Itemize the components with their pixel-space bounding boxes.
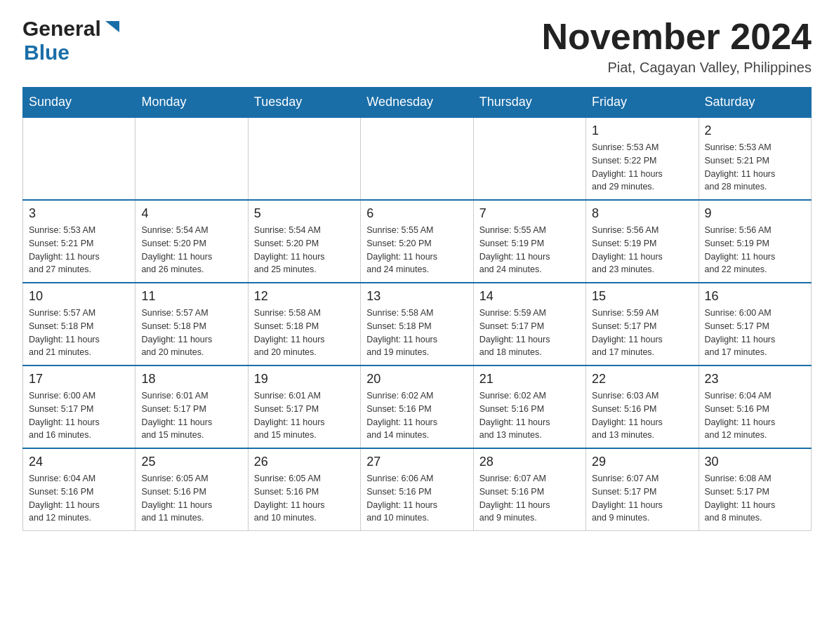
day-number: 11 xyxy=(141,289,241,304)
day-info: Sunrise: 5:58 AM Sunset: 5:18 PM Dayligh… xyxy=(254,307,355,359)
calendar-cell: 5Sunrise: 5:54 AM Sunset: 5:20 PM Daylig… xyxy=(248,200,360,283)
calendar-cell: 20Sunrise: 6:02 AM Sunset: 5:16 PM Dayli… xyxy=(361,365,473,448)
calendar-cell xyxy=(248,117,360,200)
header: General Blue November 2024 Piat, Cagayan… xyxy=(22,17,812,76)
day-info: Sunrise: 6:08 AM Sunset: 5:17 PM Dayligh… xyxy=(705,472,805,525)
calendar-cell: 1Sunrise: 5:53 AM Sunset: 5:22 PM Daylig… xyxy=(586,117,699,200)
day-number: 24 xyxy=(29,455,129,469)
calendar-cell: 3Sunrise: 5:53 AM Sunset: 5:21 PM Daylig… xyxy=(23,200,135,283)
calendar-cell: 28Sunrise: 6:07 AM Sunset: 5:16 PM Dayli… xyxy=(473,448,585,531)
day-number: 9 xyxy=(705,206,805,221)
calendar-cell: 11Sunrise: 5:57 AM Sunset: 5:18 PM Dayli… xyxy=(135,283,248,365)
day-info: Sunrise: 6:03 AM Sunset: 5:16 PM Dayligh… xyxy=(592,389,692,442)
calendar-cell xyxy=(135,117,248,200)
day-number: 20 xyxy=(366,372,467,387)
week-row-3: 10Sunrise: 5:57 AM Sunset: 5:18 PM Dayli… xyxy=(23,283,812,365)
day-number: 25 xyxy=(141,455,241,469)
day-number: 5 xyxy=(254,206,355,221)
logo: General Blue xyxy=(22,17,122,65)
day-info: Sunrise: 6:01 AM Sunset: 5:17 PM Dayligh… xyxy=(254,389,355,442)
day-number: 6 xyxy=(366,206,467,221)
weekday-header-friday: Friday xyxy=(586,88,699,118)
week-row-4: 17Sunrise: 6:00 AM Sunset: 5:17 PM Dayli… xyxy=(23,365,812,448)
day-info: Sunrise: 5:54 AM Sunset: 5:20 PM Dayligh… xyxy=(254,224,355,276)
title-area: November 2024 Piat, Cagayan Valley, Phil… xyxy=(542,17,812,76)
weekday-header-tuesday: Tuesday xyxy=(248,88,360,118)
week-row-5: 24Sunrise: 6:04 AM Sunset: 5:16 PM Dayli… xyxy=(23,448,812,531)
day-info: Sunrise: 5:55 AM Sunset: 5:19 PM Dayligh… xyxy=(479,224,580,276)
calendar-cell: 9Sunrise: 5:56 AM Sunset: 5:19 PM Daylig… xyxy=(699,200,811,283)
calendar-cell xyxy=(473,117,585,200)
day-info: Sunrise: 6:04 AM Sunset: 5:16 PM Dayligh… xyxy=(29,472,129,525)
day-info: Sunrise: 5:53 AM Sunset: 5:22 PM Dayligh… xyxy=(592,141,692,194)
calendar-cell: 17Sunrise: 6:00 AM Sunset: 5:17 PM Dayli… xyxy=(23,365,135,448)
svg-marker-0 xyxy=(105,21,119,32)
week-row-1: 1Sunrise: 5:53 AM Sunset: 5:22 PM Daylig… xyxy=(23,117,812,200)
calendar-cell: 8Sunrise: 5:56 AM Sunset: 5:19 PM Daylig… xyxy=(586,200,699,283)
day-info: Sunrise: 6:02 AM Sunset: 5:16 PM Dayligh… xyxy=(479,389,580,442)
day-number: 1 xyxy=(592,123,692,138)
logo-general-text: General xyxy=(22,17,101,41)
day-number: 21 xyxy=(479,372,580,387)
day-info: Sunrise: 6:05 AM Sunset: 5:16 PM Dayligh… xyxy=(254,472,355,525)
day-info: Sunrise: 5:55 AM Sunset: 5:20 PM Dayligh… xyxy=(366,224,467,276)
day-info: Sunrise: 5:53 AM Sunset: 5:21 PM Dayligh… xyxy=(705,141,805,194)
week-row-2: 3Sunrise: 5:53 AM Sunset: 5:21 PM Daylig… xyxy=(23,200,812,283)
day-info: Sunrise: 5:57 AM Sunset: 5:18 PM Dayligh… xyxy=(29,307,129,359)
calendar-table: SundayMondayTuesdayWednesdayThursdayFrid… xyxy=(22,87,812,531)
day-info: Sunrise: 6:00 AM Sunset: 5:17 PM Dayligh… xyxy=(29,389,129,442)
calendar-cell: 24Sunrise: 6:04 AM Sunset: 5:16 PM Dayli… xyxy=(23,448,135,531)
day-number: 3 xyxy=(29,206,129,221)
calendar-cell xyxy=(23,117,135,200)
calendar-cell: 13Sunrise: 5:58 AM Sunset: 5:18 PM Dayli… xyxy=(361,283,473,365)
calendar-cell xyxy=(361,117,473,200)
calendar-cell: 23Sunrise: 6:04 AM Sunset: 5:16 PM Dayli… xyxy=(699,365,811,448)
weekday-header-sunday: Sunday xyxy=(23,88,135,118)
calendar-cell: 16Sunrise: 6:00 AM Sunset: 5:17 PM Dayli… xyxy=(699,283,811,365)
calendar-cell: 30Sunrise: 6:08 AM Sunset: 5:17 PM Dayli… xyxy=(699,448,811,531)
day-info: Sunrise: 6:01 AM Sunset: 5:17 PM Dayligh… xyxy=(141,389,241,442)
day-info: Sunrise: 5:56 AM Sunset: 5:19 PM Dayligh… xyxy=(592,224,692,276)
day-number: 22 xyxy=(592,372,692,387)
day-number: 28 xyxy=(479,455,580,469)
day-info: Sunrise: 5:56 AM Sunset: 5:19 PM Dayligh… xyxy=(705,224,805,276)
calendar-cell: 15Sunrise: 5:59 AM Sunset: 5:17 PM Dayli… xyxy=(586,283,699,365)
weekday-header-saturday: Saturday xyxy=(699,88,811,118)
day-number: 7 xyxy=(479,206,580,221)
day-number: 4 xyxy=(141,206,241,221)
weekday-header-wednesday: Wednesday xyxy=(361,88,473,118)
calendar-cell: 14Sunrise: 5:59 AM Sunset: 5:17 PM Dayli… xyxy=(473,283,585,365)
day-number: 16 xyxy=(705,289,805,304)
calendar-cell: 18Sunrise: 6:01 AM Sunset: 5:17 PM Dayli… xyxy=(135,365,248,448)
logo-arrow-icon xyxy=(102,18,122,38)
calendar-cell: 6Sunrise: 5:55 AM Sunset: 5:20 PM Daylig… xyxy=(361,200,473,283)
day-info: Sunrise: 5:57 AM Sunset: 5:18 PM Dayligh… xyxy=(141,307,241,359)
day-number: 26 xyxy=(254,455,355,469)
day-info: Sunrise: 5:59 AM Sunset: 5:17 PM Dayligh… xyxy=(592,307,692,359)
day-info: Sunrise: 5:59 AM Sunset: 5:17 PM Dayligh… xyxy=(479,307,580,359)
day-info: Sunrise: 5:58 AM Sunset: 5:18 PM Dayligh… xyxy=(366,307,467,359)
calendar-cell: 19Sunrise: 6:01 AM Sunset: 5:17 PM Dayli… xyxy=(248,365,360,448)
weekday-header-monday: Monday xyxy=(135,88,248,118)
day-info: Sunrise: 5:53 AM Sunset: 5:21 PM Dayligh… xyxy=(29,224,129,276)
weekday-header-thursday: Thursday xyxy=(473,88,585,118)
day-number: 27 xyxy=(366,455,467,469)
calendar-cell: 2Sunrise: 5:53 AM Sunset: 5:21 PM Daylig… xyxy=(699,117,811,200)
day-info: Sunrise: 6:07 AM Sunset: 5:17 PM Dayligh… xyxy=(592,472,692,525)
calendar-cell: 21Sunrise: 6:02 AM Sunset: 5:16 PM Dayli… xyxy=(473,365,585,448)
calendar-cell: 27Sunrise: 6:06 AM Sunset: 5:16 PM Dayli… xyxy=(361,448,473,531)
day-number: 2 xyxy=(705,123,805,138)
day-number: 17 xyxy=(29,372,129,387)
day-number: 14 xyxy=(479,289,580,304)
day-number: 13 xyxy=(366,289,467,304)
calendar-cell: 4Sunrise: 5:54 AM Sunset: 5:20 PM Daylig… xyxy=(135,200,248,283)
day-info: Sunrise: 6:05 AM Sunset: 5:16 PM Dayligh… xyxy=(141,472,241,525)
day-info: Sunrise: 6:07 AM Sunset: 5:16 PM Dayligh… xyxy=(479,472,580,525)
weekday-header-row: SundayMondayTuesdayWednesdayThursdayFrid… xyxy=(23,88,812,118)
day-number: 23 xyxy=(705,372,805,387)
day-info: Sunrise: 6:02 AM Sunset: 5:16 PM Dayligh… xyxy=(366,389,467,442)
day-info: Sunrise: 6:06 AM Sunset: 5:16 PM Dayligh… xyxy=(366,472,467,525)
calendar-cell: 29Sunrise: 6:07 AM Sunset: 5:17 PM Dayli… xyxy=(586,448,699,531)
day-number: 15 xyxy=(592,289,692,304)
day-info: Sunrise: 6:00 AM Sunset: 5:17 PM Dayligh… xyxy=(705,307,805,359)
